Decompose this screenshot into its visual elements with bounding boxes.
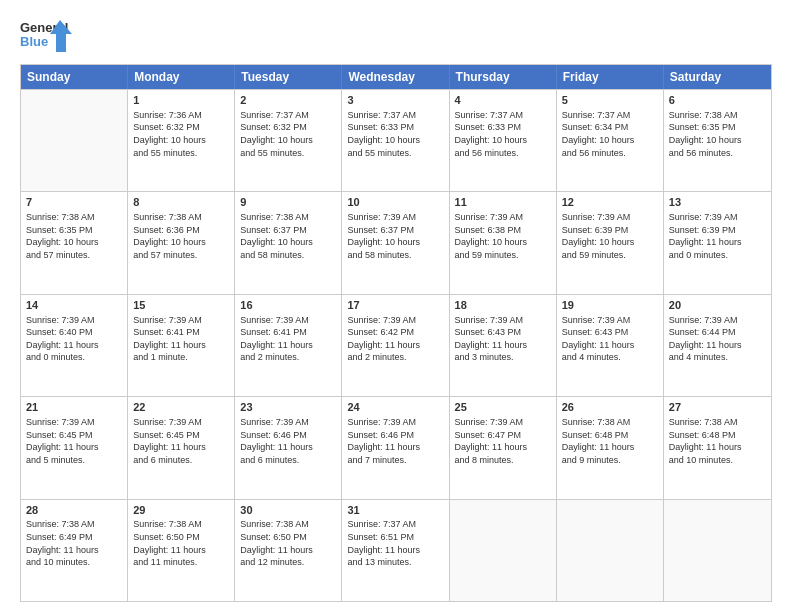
cal-cell-2-0: 14Sunrise: 7:39 AMSunset: 6:40 PMDayligh…: [21, 295, 128, 396]
cell-text: Sunrise: 7:38 AMSunset: 6:48 PMDaylight:…: [669, 416, 766, 466]
cell-text: Sunrise: 7:39 AMSunset: 6:38 PMDaylight:…: [455, 211, 551, 261]
cell-text: Sunrise: 7:37 AMSunset: 6:33 PMDaylight:…: [455, 109, 551, 159]
cell-text: Sunrise: 7:39 AMSunset: 6:46 PMDaylight:…: [240, 416, 336, 466]
cal-cell-3-2: 23Sunrise: 7:39 AMSunset: 6:46 PMDayligh…: [235, 397, 342, 498]
cell-text: Sunrise: 7:39 AMSunset: 6:40 PMDaylight:…: [26, 314, 122, 364]
header-cell-monday: Monday: [128, 65, 235, 89]
day-number: 4: [455, 93, 551, 108]
cal-cell-0-0: [21, 90, 128, 191]
day-number: 9: [240, 195, 336, 210]
cal-cell-3-0: 21Sunrise: 7:39 AMSunset: 6:45 PMDayligh…: [21, 397, 128, 498]
cal-cell-2-4: 18Sunrise: 7:39 AMSunset: 6:43 PMDayligh…: [450, 295, 557, 396]
day-number: 2: [240, 93, 336, 108]
day-number: 31: [347, 503, 443, 518]
day-number: 18: [455, 298, 551, 313]
cal-row-1: 7Sunrise: 7:38 AMSunset: 6:35 PMDaylight…: [21, 191, 771, 293]
day-number: 10: [347, 195, 443, 210]
cal-cell-4-2: 30Sunrise: 7:38 AMSunset: 6:50 PMDayligh…: [235, 500, 342, 601]
day-number: 24: [347, 400, 443, 415]
day-number: 29: [133, 503, 229, 518]
cell-text: Sunrise: 7:39 AMSunset: 6:43 PMDaylight:…: [455, 314, 551, 364]
day-number: 19: [562, 298, 658, 313]
cal-cell-3-4: 25Sunrise: 7:39 AMSunset: 6:47 PMDayligh…: [450, 397, 557, 498]
cell-text: Sunrise: 7:38 AMSunset: 6:35 PMDaylight:…: [26, 211, 122, 261]
header-cell-tuesday: Tuesday: [235, 65, 342, 89]
cal-cell-0-5: 5Sunrise: 7:37 AMSunset: 6:34 PMDaylight…: [557, 90, 664, 191]
header-cell-wednesday: Wednesday: [342, 65, 449, 89]
calendar: SundayMondayTuesdayWednesdayThursdayFrid…: [20, 64, 772, 602]
header-cell-thursday: Thursday: [450, 65, 557, 89]
cal-cell-4-3: 31Sunrise: 7:37 AMSunset: 6:51 PMDayligh…: [342, 500, 449, 601]
cal-cell-1-5: 12Sunrise: 7:39 AMSunset: 6:39 PMDayligh…: [557, 192, 664, 293]
day-number: 11: [455, 195, 551, 210]
cell-text: Sunrise: 7:39 AMSunset: 6:42 PMDaylight:…: [347, 314, 443, 364]
cal-cell-0-4: 4Sunrise: 7:37 AMSunset: 6:33 PMDaylight…: [450, 90, 557, 191]
day-number: 17: [347, 298, 443, 313]
cal-cell-1-1: 8Sunrise: 7:38 AMSunset: 6:36 PMDaylight…: [128, 192, 235, 293]
day-number: 5: [562, 93, 658, 108]
cal-row-4: 28Sunrise: 7:38 AMSunset: 6:49 PMDayligh…: [21, 499, 771, 601]
cell-text: Sunrise: 7:38 AMSunset: 6:49 PMDaylight:…: [26, 518, 122, 568]
cal-cell-1-2: 9Sunrise: 7:38 AMSunset: 6:37 PMDaylight…: [235, 192, 342, 293]
page: GeneralBlue SundayMondayTuesdayWednesday…: [0, 0, 792, 612]
cell-text: Sunrise: 7:38 AMSunset: 6:48 PMDaylight:…: [562, 416, 658, 466]
cell-text: Sunrise: 7:37 AMSunset: 6:32 PMDaylight:…: [240, 109, 336, 159]
day-number: 26: [562, 400, 658, 415]
cell-text: Sunrise: 7:39 AMSunset: 6:47 PMDaylight:…: [455, 416, 551, 466]
cell-text: Sunrise: 7:39 AMSunset: 6:44 PMDaylight:…: [669, 314, 766, 364]
cal-cell-1-4: 11Sunrise: 7:39 AMSunset: 6:38 PMDayligh…: [450, 192, 557, 293]
cal-cell-4-1: 29Sunrise: 7:38 AMSunset: 6:50 PMDayligh…: [128, 500, 235, 601]
day-number: 23: [240, 400, 336, 415]
day-number: 28: [26, 503, 122, 518]
day-number: 25: [455, 400, 551, 415]
cell-text: Sunrise: 7:38 AMSunset: 6:50 PMDaylight:…: [133, 518, 229, 568]
cal-cell-0-1: 1Sunrise: 7:36 AMSunset: 6:32 PMDaylight…: [128, 90, 235, 191]
cal-cell-4-5: [557, 500, 664, 601]
cal-cell-1-0: 7Sunrise: 7:38 AMSunset: 6:35 PMDaylight…: [21, 192, 128, 293]
cal-cell-4-6: [664, 500, 771, 601]
cell-text: Sunrise: 7:39 AMSunset: 6:46 PMDaylight:…: [347, 416, 443, 466]
cell-text: Sunrise: 7:39 AMSunset: 6:39 PMDaylight:…: [669, 211, 766, 261]
cal-row-0: 1Sunrise: 7:36 AMSunset: 6:32 PMDaylight…: [21, 89, 771, 191]
cell-text: Sunrise: 7:38 AMSunset: 6:36 PMDaylight:…: [133, 211, 229, 261]
day-number: 6: [669, 93, 766, 108]
day-number: 16: [240, 298, 336, 313]
header: GeneralBlue: [20, 18, 772, 54]
day-number: 8: [133, 195, 229, 210]
cal-cell-4-4: [450, 500, 557, 601]
cal-cell-2-5: 19Sunrise: 7:39 AMSunset: 6:43 PMDayligh…: [557, 295, 664, 396]
day-number: 13: [669, 195, 766, 210]
calendar-body: 1Sunrise: 7:36 AMSunset: 6:32 PMDaylight…: [21, 89, 771, 601]
header-cell-saturday: Saturday: [664, 65, 771, 89]
cell-text: Sunrise: 7:39 AMSunset: 6:41 PMDaylight:…: [240, 314, 336, 364]
day-number: 3: [347, 93, 443, 108]
day-number: 20: [669, 298, 766, 313]
cell-text: Sunrise: 7:38 AMSunset: 6:50 PMDaylight:…: [240, 518, 336, 568]
cal-cell-3-6: 27Sunrise: 7:38 AMSunset: 6:48 PMDayligh…: [664, 397, 771, 498]
cell-text: Sunrise: 7:38 AMSunset: 6:35 PMDaylight:…: [669, 109, 766, 159]
header-cell-friday: Friday: [557, 65, 664, 89]
cal-cell-3-3: 24Sunrise: 7:39 AMSunset: 6:46 PMDayligh…: [342, 397, 449, 498]
day-number: 30: [240, 503, 336, 518]
cell-text: Sunrise: 7:37 AMSunset: 6:33 PMDaylight:…: [347, 109, 443, 159]
cal-cell-2-6: 20Sunrise: 7:39 AMSunset: 6:44 PMDayligh…: [664, 295, 771, 396]
cal-cell-1-6: 13Sunrise: 7:39 AMSunset: 6:39 PMDayligh…: [664, 192, 771, 293]
cal-cell-4-0: 28Sunrise: 7:38 AMSunset: 6:49 PMDayligh…: [21, 500, 128, 601]
cell-text: Sunrise: 7:39 AMSunset: 6:45 PMDaylight:…: [26, 416, 122, 466]
logo-svg: GeneralBlue: [20, 18, 72, 54]
cal-cell-3-1: 22Sunrise: 7:39 AMSunset: 6:45 PMDayligh…: [128, 397, 235, 498]
cell-text: Sunrise: 7:37 AMSunset: 6:34 PMDaylight:…: [562, 109, 658, 159]
day-number: 1: [133, 93, 229, 108]
day-number: 14: [26, 298, 122, 313]
cell-text: Sunrise: 7:39 AMSunset: 6:39 PMDaylight:…: [562, 211, 658, 261]
calendar-header-row: SundayMondayTuesdayWednesdayThursdayFrid…: [21, 65, 771, 89]
cell-text: Sunrise: 7:39 AMSunset: 6:43 PMDaylight:…: [562, 314, 658, 364]
cal-cell-2-2: 16Sunrise: 7:39 AMSunset: 6:41 PMDayligh…: [235, 295, 342, 396]
day-number: 15: [133, 298, 229, 313]
cal-cell-2-3: 17Sunrise: 7:39 AMSunset: 6:42 PMDayligh…: [342, 295, 449, 396]
cal-cell-0-6: 6Sunrise: 7:38 AMSunset: 6:35 PMDaylight…: [664, 90, 771, 191]
day-number: 21: [26, 400, 122, 415]
cal-row-3: 21Sunrise: 7:39 AMSunset: 6:45 PMDayligh…: [21, 396, 771, 498]
cell-text: Sunrise: 7:37 AMSunset: 6:51 PMDaylight:…: [347, 518, 443, 568]
cal-row-2: 14Sunrise: 7:39 AMSunset: 6:40 PMDayligh…: [21, 294, 771, 396]
